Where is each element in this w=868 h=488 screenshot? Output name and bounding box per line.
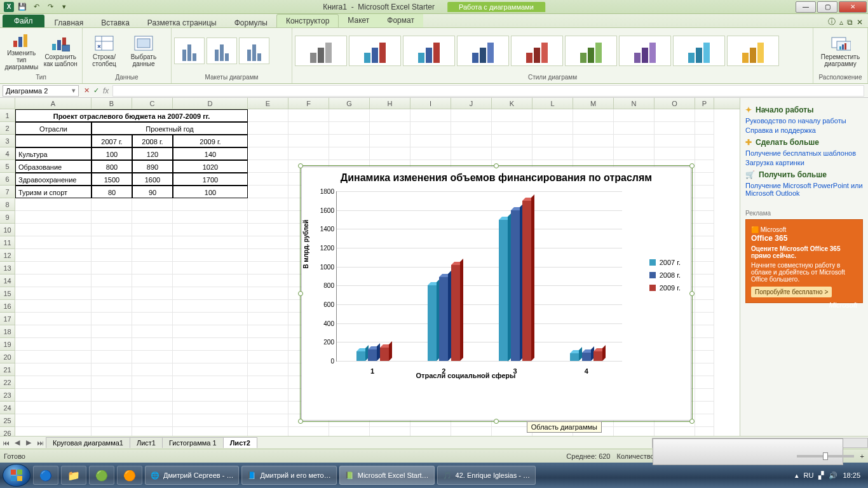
cell[interactable] xyxy=(15,351,92,363)
cell[interactable] xyxy=(15,402,92,414)
cell[interactable]: 2009 г. xyxy=(173,135,248,147)
tray-lang[interactable]: RU xyxy=(804,471,814,479)
cell[interactable] xyxy=(248,274,288,287)
chart-bar[interactable] xyxy=(428,285,437,361)
cell[interactable] xyxy=(132,389,173,402)
tray-volume-icon[interactable]: 🔊 xyxy=(829,471,837,480)
chart-bar[interactable] xyxy=(582,353,591,361)
tray-show-hidden-icon[interactable]: ▴ xyxy=(795,471,799,480)
change-chart-type-button[interactable]: Изменить тип диаграммы xyxy=(3,30,41,72)
cell[interactable] xyxy=(248,402,288,414)
cell[interactable] xyxy=(15,135,92,147)
sheet-tab[interactable]: Лист1 xyxy=(130,437,163,448)
cell[interactable] xyxy=(132,363,173,376)
cell[interactable] xyxy=(173,351,248,363)
chart-style-thumb[interactable] xyxy=(349,36,401,66)
cell[interactable] xyxy=(132,376,173,389)
cell[interactable]: 140 xyxy=(173,147,248,160)
cell[interactable] xyxy=(248,249,288,262)
cell[interactable] xyxy=(132,325,173,338)
cell[interactable] xyxy=(614,122,654,135)
sheet-tab[interactable]: Лист2 xyxy=(223,437,257,448)
cell[interactable] xyxy=(532,109,573,122)
chart-bar[interactable] xyxy=(570,353,579,361)
cell[interactable] xyxy=(248,427,288,436)
cell[interactable] xyxy=(695,363,714,376)
chart-x-axis-label[interactable]: Отрасли социальной сферы xyxy=(309,372,622,379)
cell[interactable] xyxy=(173,389,248,402)
sheet-nav-next[interactable]: ▶ xyxy=(23,438,34,447)
cell[interactable] xyxy=(695,173,714,186)
cell[interactable] xyxy=(248,122,288,135)
cell[interactable] xyxy=(132,338,173,351)
row-header[interactable]: 26 xyxy=(0,427,15,436)
cell[interactable] xyxy=(92,211,132,224)
cell[interactable] xyxy=(329,147,370,160)
sheet-tab[interactable]: Гистограмма 1 xyxy=(162,437,224,448)
qat-dropdown-icon[interactable]: ▾ xyxy=(58,1,70,13)
chart-legend[interactable]: 2007 г.2008 г.2009 г. xyxy=(649,259,681,297)
cell[interactable] xyxy=(695,160,714,173)
redo-icon[interactable]: ↷ xyxy=(44,1,56,13)
legend-item[interactable]: 2008 г. xyxy=(649,271,681,279)
panel-link[interactable]: Получение бесплатных шаблонов xyxy=(745,149,863,157)
legend-item[interactable]: 2007 г. xyxy=(649,259,681,266)
chart-bar[interactable] xyxy=(511,210,520,361)
cell[interactable] xyxy=(132,414,173,427)
chart-layout-thumb[interactable] xyxy=(239,37,269,64)
cell[interactable] xyxy=(329,427,370,436)
cell[interactable]: 1020 xyxy=(173,160,248,173)
cell[interactable] xyxy=(695,262,714,274)
cell[interactable] xyxy=(173,363,248,376)
tab-Главная[interactable]: Главная xyxy=(46,17,93,29)
start-button[interactable] xyxy=(3,464,31,487)
collapse-ribbon-icon[interactable]: ▵ xyxy=(839,18,843,27)
cell[interactable] xyxy=(695,427,714,436)
chart-bar[interactable] xyxy=(593,351,602,361)
row-header[interactable]: 13 xyxy=(0,262,15,274)
cell[interactable] xyxy=(573,109,614,122)
cell[interactable] xyxy=(15,224,92,236)
cell[interactable] xyxy=(248,236,288,249)
row-header[interactable]: 2 xyxy=(0,122,15,135)
column-header[interactable]: M xyxy=(573,98,614,109)
cell[interactable] xyxy=(92,224,132,236)
taskbar-app[interactable]: 📘Дмитрий и его мето… xyxy=(241,466,336,485)
column-header[interactable]: K xyxy=(492,98,532,109)
tab-Формулы[interactable]: Формулы xyxy=(226,17,276,29)
cell[interactable] xyxy=(92,338,132,351)
cell[interactable] xyxy=(132,427,173,436)
cell[interactable] xyxy=(248,300,288,313)
cell[interactable] xyxy=(492,109,532,122)
cell[interactable] xyxy=(695,402,714,414)
row-header[interactable]: 4 xyxy=(0,147,15,160)
cell[interactable] xyxy=(329,135,370,147)
cell[interactable] xyxy=(695,224,714,236)
column-header[interactable]: F xyxy=(288,98,329,109)
cell[interactable]: Отрасли xyxy=(15,122,92,135)
cell[interactable] xyxy=(695,338,714,351)
close-button[interactable]: ✕ xyxy=(839,1,867,13)
legend-item[interactable]: 2009 г. xyxy=(649,284,681,292)
chart-object[interactable]: Динамика изменения объемов финансировани… xyxy=(301,166,691,421)
cell[interactable] xyxy=(248,376,288,389)
cell[interactable]: 90 xyxy=(132,186,173,198)
cell[interactable] xyxy=(654,427,695,436)
cell[interactable] xyxy=(92,402,132,414)
cell[interactable] xyxy=(92,287,132,300)
cell[interactable] xyxy=(573,135,614,147)
cell[interactable] xyxy=(132,300,173,313)
row-header[interactable]: 20 xyxy=(0,351,15,363)
cell[interactable] xyxy=(173,262,248,274)
cell[interactable] xyxy=(92,300,132,313)
cell[interactable] xyxy=(92,325,132,338)
chart-style-thumb[interactable] xyxy=(727,36,779,66)
cell[interactable] xyxy=(288,122,329,135)
cell[interactable] xyxy=(695,300,714,313)
column-header[interactable]: H xyxy=(370,98,410,109)
cell[interactable] xyxy=(173,427,248,436)
cell[interactable] xyxy=(92,376,132,389)
cell[interactable] xyxy=(15,236,92,249)
taskbar-skype-icon[interactable]: 🔵 xyxy=(33,466,58,485)
column-header[interactable]: G xyxy=(329,98,370,109)
